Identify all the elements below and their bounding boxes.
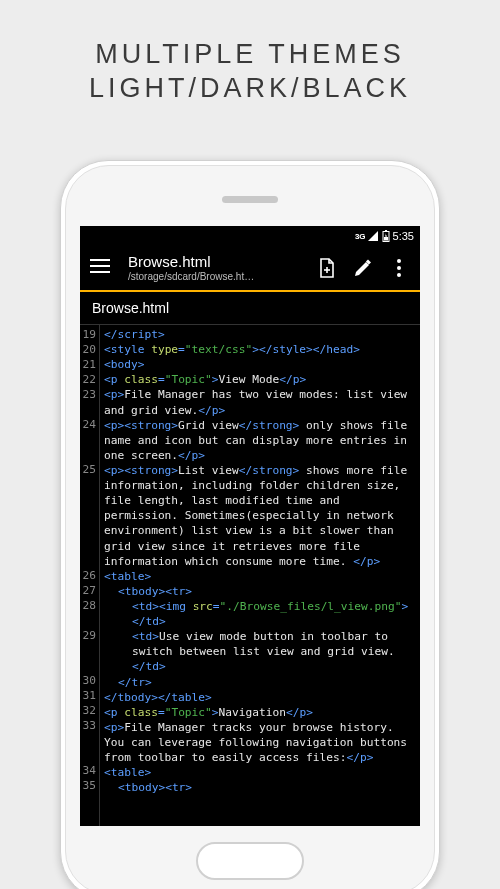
svg-point-9 — [397, 259, 401, 263]
screen: 3G 5:35 Browse.html /storage/sdcard/Brow… — [80, 226, 420, 826]
line-number: 26 — [82, 568, 96, 583]
code-line: <p>File Manager has two view modes: list… — [104, 387, 417, 417]
heading-line-1: MULTIPLE THEMES — [0, 38, 500, 72]
code-line: <p><strong>Grid view</strong> only shows… — [104, 418, 417, 463]
code-line: <body> — [104, 357, 417, 372]
line-number: 24 — [82, 417, 96, 462]
edit-button[interactable] — [352, 258, 374, 278]
code-line: <p class="Topic">Navigation</p> — [104, 705, 417, 720]
line-number: 25 — [82, 462, 96, 568]
line-number: 30 — [82, 673, 96, 688]
heading-line-2: LIGHT/DARK/BLACK — [0, 72, 500, 106]
line-number: 28 — [82, 598, 96, 628]
file-title: Browse.html — [128, 254, 316, 271]
app-bar: Browse.html /storage/sdcard/Browse.ht… — [80, 246, 420, 290]
code-line: <p>File Manager tracks your browse histo… — [104, 720, 417, 765]
document-plus-icon — [318, 258, 336, 278]
clock: 5:35 — [393, 230, 414, 242]
svg-rect-3 — [90, 259, 110, 261]
code-line: <p class="Topic">View Mode</p> — [104, 372, 417, 387]
new-file-button[interactable] — [316, 258, 338, 278]
line-number: 23 — [82, 387, 96, 417]
line-number: 34 — [82, 763, 96, 778]
file-tab[interactable]: Browse.html — [80, 292, 420, 325]
line-number: 19 — [82, 327, 96, 342]
svg-rect-4 — [90, 265, 110, 267]
phone-home-button[interactable] — [196, 842, 304, 880]
code-line: <tbody><tr> — [104, 584, 417, 599]
menu-button[interactable] — [90, 259, 114, 277]
code-line: <tbody><tr> — [104, 780, 417, 795]
code-line: <td>Use view mode button in toolbar to s… — [104, 629, 417, 674]
network-label: 3G — [355, 232, 366, 241]
svg-point-11 — [397, 273, 401, 277]
line-number: 20 — [82, 342, 96, 357]
phone-frame: 3G 5:35 Browse.html /storage/sdcard/Brow… — [60, 160, 440, 889]
code-line: <style type="text/css"></style></head> — [104, 342, 417, 357]
code-line: <table> — [104, 569, 417, 584]
code-line: <table> — [104, 765, 417, 780]
appbar-title-block: Browse.html /storage/sdcard/Browse.ht… — [128, 254, 316, 282]
line-number: 21 — [82, 357, 96, 372]
svg-point-10 — [397, 266, 401, 270]
code-editor[interactable]: 1920212223242526272829303132333435 </scr… — [80, 325, 420, 826]
line-number: 31 — [82, 688, 96, 703]
line-number: 27 — [82, 583, 96, 598]
svg-rect-2 — [384, 237, 388, 241]
overflow-button[interactable] — [388, 259, 410, 277]
svg-rect-5 — [90, 271, 110, 273]
line-number: 22 — [82, 372, 96, 387]
line-number: 33 — [82, 718, 96, 763]
phone-speaker — [222, 196, 278, 203]
line-number: 35 — [82, 778, 96, 793]
file-path: /storage/sdcard/Browse.ht… — [128, 271, 316, 282]
line-number: 29 — [82, 628, 96, 673]
code-line: <p><strong>List view</strong> shows more… — [104, 463, 417, 569]
code-line: </script> — [104, 327, 417, 342]
pencil-icon — [353, 258, 373, 278]
line-number-gutter: 1920212223242526272829303132333435 — [80, 325, 100, 826]
status-bar: 3G 5:35 — [80, 226, 420, 246]
code-line: <td><img src="./Browse_files/l_view.png"… — [104, 599, 417, 629]
more-vert-icon — [397, 259, 401, 277]
line-number: 32 — [82, 703, 96, 718]
signal-icon — [367, 230, 379, 242]
code-line: </tr> — [104, 675, 417, 690]
hamburger-icon — [90, 259, 110, 273]
battery-icon — [382, 230, 390, 242]
phone-frame-inner: 3G 5:35 Browse.html /storage/sdcard/Brow… — [65, 165, 435, 889]
code-area[interactable]: </script><style type="text/css"></style>… — [100, 325, 420, 826]
promo-heading: MULTIPLE THEMES LIGHT/DARK/BLACK — [0, 0, 500, 106]
code-line: </tbody></table> — [104, 690, 417, 705]
svg-rect-1 — [385, 230, 387, 232]
